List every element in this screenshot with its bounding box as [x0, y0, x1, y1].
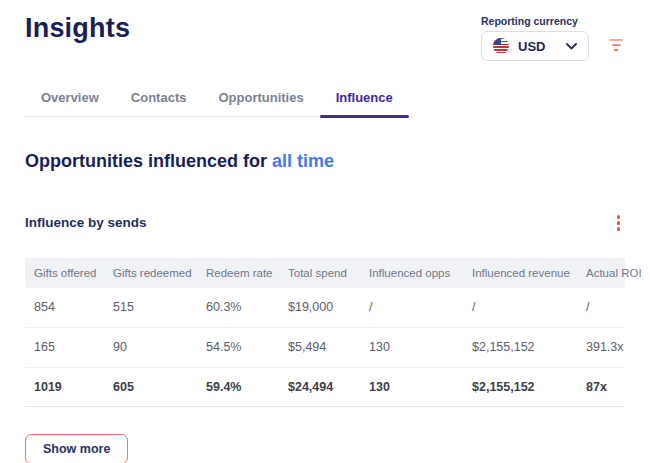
influence-table: Gifts offered Gifts redeemed Redeem rate…: [25, 258, 625, 407]
totals-cell: 59.4%: [197, 380, 279, 394]
tab-contacts[interactable]: Contacts: [115, 81, 203, 116]
page-title: Insights: [25, 13, 130, 44]
table-header-row: Gifts offered Gifts redeemed Redeem rate…: [25, 258, 625, 288]
table-cell: 165: [25, 340, 104, 354]
header-cell: Redeem rate: [197, 267, 279, 279]
header-cell: Influenced revenue: [463, 267, 577, 279]
table-cell: 391.3x: [577, 340, 625, 354]
table-cell: 90: [104, 340, 197, 354]
heading-text: Opportunities influenced for: [25, 151, 272, 171]
reporting-currency-block: Reporting currency USD: [481, 15, 589, 61]
table-cell: $5,494: [279, 340, 360, 354]
table-cell: 54.5%: [197, 340, 279, 354]
totals-cell: $2,155,152: [463, 380, 577, 394]
page-header: Insights Reporting currency USD: [25, 0, 625, 61]
table-cell: 60.3%: [197, 300, 279, 314]
totals-cell: 130: [360, 380, 463, 394]
totals-cell: 605: [104, 380, 197, 394]
kebab-menu-icon[interactable]: [612, 212, 626, 234]
filter-icon[interactable]: [607, 35, 625, 61]
table-row: 854 515 60.3% $19,000 / / /: [25, 288, 625, 328]
table-cell: $2,155,152: [463, 340, 577, 354]
insights-page: Insights Reporting currency USD Overview…: [0, 0, 650, 463]
table-cell: /: [463, 300, 577, 314]
heading-timerange[interactable]: all time: [272, 151, 334, 171]
tab-overview[interactable]: Overview: [25, 81, 115, 116]
tab-bar: Overview Contacts Opportunities Influenc…: [25, 81, 409, 117]
show-more-button[interactable]: Show more: [25, 434, 128, 463]
currency-dropdown[interactable]: USD: [481, 31, 589, 61]
table-totals-row: 1019 605 59.4% $24,494 130 $2,155,152 87…: [25, 368, 625, 407]
table-cell: 854: [25, 300, 104, 314]
chevron-down-icon: [566, 43, 577, 50]
header-cell: Gifts offered: [25, 267, 104, 279]
section-title: Influence by sends: [25, 215, 147, 230]
page-heading: Opportunities influenced for all time: [25, 151, 625, 172]
header-cell: Total spend: [279, 267, 360, 279]
tab-influence[interactable]: Influence: [320, 81, 409, 116]
tab-opportunities[interactable]: Opportunities: [202, 81, 319, 116]
header-controls: Reporting currency USD: [481, 13, 625, 61]
header-cell: Gifts redeemed: [104, 267, 197, 279]
header-cell: Influenced opps: [360, 267, 463, 279]
currency-value: USD: [518, 39, 557, 54]
us-flag-icon: [493, 38, 509, 54]
section-header: Influence by sends: [25, 212, 625, 234]
totals-cell: 87x: [577, 380, 625, 394]
totals-cell: 1019: [25, 380, 104, 394]
table-cell: /: [360, 300, 463, 314]
table-cell: /: [577, 300, 625, 314]
totals-cell: $24,494: [279, 380, 360, 394]
reporting-currency-label: Reporting currency: [481, 15, 589, 27]
table-cell: $19,000: [279, 300, 360, 314]
table-row: 165 90 54.5% $5,494 130 $2,155,152 391.3…: [25, 328, 625, 368]
header-cell: Actual ROI: [577, 267, 642, 279]
table-cell: 515: [104, 300, 197, 314]
table-cell: 130: [360, 340, 463, 354]
